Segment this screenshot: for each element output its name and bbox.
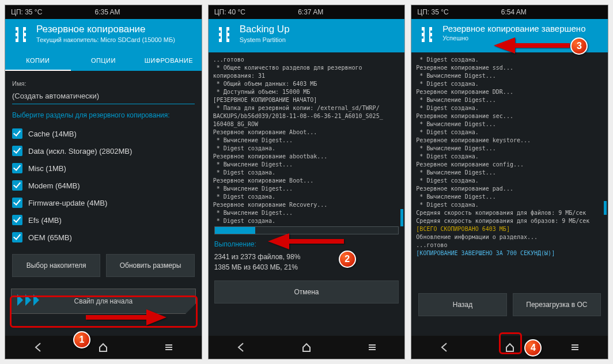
checkbox-icon <box>12 180 22 191</box>
cancel-button[interactable]: Отмена <box>214 280 399 304</box>
swipe-label: Свайп для начала <box>12 297 195 305</box>
tab-options[interactable]: ОПЦИИ <box>71 52 137 71</box>
back-icon[interactable] <box>438 341 451 354</box>
log-output: ...готово * Общее количество разделов дл… <box>209 52 405 224</box>
partition-list: Cache (14MB) Data (искл. Storage) (2802M… <box>12 125 195 246</box>
clock: 6:37 AM <box>222 8 399 16</box>
header: Backing Up System Partition <box>209 19 405 52</box>
page-subtitle: Текущий накопитель: Micro SDCard (15000 … <box>36 36 175 43</box>
partition-checkbox[interactable]: Cache (14MB) <box>12 125 195 142</box>
clock: 6:54 AM <box>426 8 602 16</box>
partition-checkbox[interactable]: Modem (64MB) <box>12 177 195 194</box>
menu-icon[interactable] <box>366 341 379 354</box>
progress-section-label: Выполнение: <box>214 240 399 248</box>
statusbar: ЦП: 35 °C 6:35 AM <box>5 5 202 19</box>
scroll-thumb[interactable] <box>400 209 403 226</box>
refresh-sizes-button[interactable]: Обновить размеры <box>106 254 194 277</box>
partition-checkbox[interactable]: Misc (1MB) <box>12 160 195 177</box>
select-storage-button[interactable]: Выбор накопителя <box>12 254 100 277</box>
callout-badge: 1 <box>73 331 90 348</box>
checkbox-icon <box>12 215 22 225</box>
name-label: Имя: <box>12 80 195 87</box>
progress-bar <box>214 226 399 234</box>
tab-encryption[interactable]: ШИФРОВАНИЕ <box>136 52 202 71</box>
progress-fill <box>215 227 255 234</box>
page-title: Backing Up <box>240 24 290 35</box>
log-output: * Digest создана. Резервное копирование … <box>411 52 608 269</box>
swipe-to-start[interactable]: Свайп для начала <box>11 289 196 314</box>
navbar <box>5 336 202 359</box>
back-button[interactable]: Назад <box>418 293 506 316</box>
screen-backup-setup: ЦП: 35 °C 6:35 AM Резервное копирование … <box>5 5 202 359</box>
back-icon[interactable] <box>32 341 44 354</box>
page-title: Резервное копирование завершено <box>442 24 585 33</box>
back-icon[interactable] <box>234 341 247 354</box>
screen-backup-complete: ЦП: 35 °C 6:54 AM Резервное копирование … <box>411 5 608 359</box>
twrp-logo-icon <box>417 25 437 44</box>
progress-files: 2341 из 2373 файлов, 98% <box>214 253 399 261</box>
checkbox-icon <box>12 198 22 208</box>
home-icon[interactable] <box>97 341 109 354</box>
checkbox-icon <box>12 163 22 173</box>
tab-copies[interactable]: КОПИИ <box>5 52 71 71</box>
checkbox-icon <box>12 146 22 156</box>
partition-checkbox[interactable]: Efs (4MB) <box>12 211 195 229</box>
checkbox-icon <box>12 232 22 242</box>
menu-icon[interactable] <box>569 341 581 354</box>
callout-badge: 2 <box>339 251 356 268</box>
screen-backup-progress: ЦП: 40 °C 6:37 AM Backing Up System Part… <box>208 5 406 359</box>
partition-checkbox[interactable]: Firmware-update (4MB) <box>12 194 195 211</box>
home-icon[interactable] <box>300 341 313 354</box>
partition-checkbox[interactable]: OEM (65MB) <box>12 229 195 246</box>
progress-bytes: 1385 МБ из 6403 МБ, 21% <box>214 263 399 271</box>
menu-icon[interactable] <box>162 341 175 354</box>
backup-name-input[interactable]: (Создать автоматически) <box>12 89 195 104</box>
page-title: Резервное копирование <box>36 24 175 35</box>
select-partitions-label: Выберите разделы для резервного копирова… <box>12 111 195 119</box>
home-icon[interactable] <box>504 341 516 354</box>
page-subtitle: System Partition <box>240 36 290 43</box>
tabs: КОПИИ ОПЦИИ ШИФРОВАНИЕ <box>5 52 202 71</box>
statusbar: ЦП: 40 °C 6:37 AM <box>209 5 405 19</box>
clock: 6:35 AM <box>19 8 195 16</box>
twrp-logo-icon <box>214 25 234 44</box>
twrp-logo-icon <box>11 25 31 44</box>
page-subtitle: Успешно <box>442 35 585 41</box>
statusbar: ЦП: 35 °C 6:54 AM <box>411 5 608 19</box>
scroll-thumb[interactable] <box>604 201 607 215</box>
reboot-os-button[interactable]: Перезагрузка в ОС <box>513 293 601 316</box>
navbar <box>411 336 608 359</box>
navbar <box>209 336 405 359</box>
header: Резервное копирование Текущий накопитель… <box>5 19 202 52</box>
partition-checkbox[interactable]: Data (искл. Storage) (2802MB) <box>12 142 195 160</box>
checkbox-icon <box>12 128 22 139</box>
